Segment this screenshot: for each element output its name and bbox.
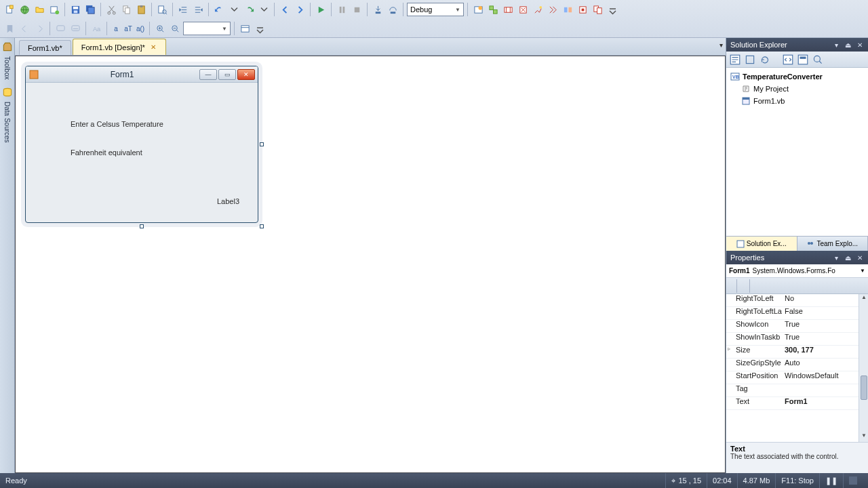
prev-bookmark-icon[interactable] <box>18 22 31 35</box>
layout-icon[interactable] <box>238 22 252 35</box>
properties-icon[interactable] <box>729 54 741 66</box>
status-stop-icon[interactable] <box>843 473 863 488</box>
tool-icon-2[interactable] <box>486 3 500 16</box>
text-paren-icon[interactable]: a() <box>135 22 146 35</box>
show-all-icon[interactable] <box>744 54 756 66</box>
datasources-tab-icon[interactable] <box>1 86 14 98</box>
properties-grid[interactable]: RightToLeftNo RightToLeftLaFalse ShowIco… <box>726 294 859 442</box>
scroll-down-icon[interactable]: ▼ <box>859 432 868 442</box>
refresh-icon[interactable] <box>759 54 771 66</box>
chevron-down-icon: ▼ <box>860 268 865 274</box>
zoom-out-icon[interactable] <box>168 22 182 35</box>
search-combo[interactable]: ▼ <box>183 22 231 35</box>
status-pause-icon[interactable]: ❚❚ <box>819 473 843 488</box>
tool-icon-1[interactable] <box>471 3 485 16</box>
tree-item-myproject[interactable]: My Project <box>726 83 868 95</box>
toolbar-overflow-icon[interactable] <box>606 3 619 16</box>
scroll-up-icon[interactable]: ▲ <box>859 294 868 304</box>
next-bookmark-icon[interactable] <box>33 22 46 35</box>
datasources-tab[interactable]: Data Sources <box>3 102 11 143</box>
resize-handle-e[interactable] <box>260 142 264 146</box>
properties-object-selector[interactable]: Form1 System.Windows.Forms.Fo ▼ <box>726 264 868 278</box>
design-surface[interactable]: Form1 — ▭ ✕ Enter a Celsus Temperature F… <box>16 56 725 472</box>
solution-icon <box>736 240 745 248</box>
text-a-icon[interactable]: a <box>111 22 121 35</box>
label-fahrenheit[interactable]: Fahrenheit equivalent <box>71 148 142 157</box>
designer-form[interactable]: Form1 — ▭ ✕ Enter a Celsus Temperature F… <box>25 66 258 223</box>
step-into-icon[interactable] <box>371 3 384 16</box>
properties-scrollbar[interactable]: ▲ ▼ <box>859 294 868 442</box>
view-code-icon[interactable] <box>782 54 794 66</box>
uncomment-icon[interactable] <box>68 22 82 35</box>
step-over-icon[interactable] <box>386 3 399 16</box>
close-tab-icon[interactable]: ✕ <box>149 43 157 52</box>
find-in-file-icon[interactable] <box>155 3 169 16</box>
tool-icon-9[interactable] <box>591 3 604 16</box>
bookmark-icon[interactable] <box>3 22 16 35</box>
window-position-icon[interactable]: ▾ <box>832 41 841 49</box>
tool-icon-7[interactable] <box>561 3 574 16</box>
minimize-button[interactable]: — <box>199 69 217 80</box>
nav-fwd-icon[interactable] <box>293 3 307 16</box>
undo-dropdown-icon[interactable] <box>227 3 241 16</box>
tool-icon-8[interactable] <box>576 3 589 16</box>
tab-form1-code[interactable]: Form1.vb* <box>19 40 71 55</box>
indent-icon[interactable] <box>191 3 205 16</box>
project-name: TemperatureConverter <box>743 73 823 81</box>
pause-icon[interactable] <box>335 3 349 16</box>
stop-icon[interactable] <box>350 3 363 16</box>
tab-overflow-icon[interactable]: ▾ <box>719 41 723 49</box>
text-aT-icon[interactable]: aT <box>123 22 134 35</box>
cut-icon[interactable] <box>104 3 118 16</box>
tool-icon-3[interactable] <box>501 3 515 16</box>
new-item-icon[interactable] <box>3 3 16 16</box>
tab-form1-design[interactable]: Form1.vb [Design]*✕ <box>73 39 166 55</box>
outdent-icon[interactable] <box>176 3 190 16</box>
comment-icon[interactable] <box>54 22 67 35</box>
resize-handle-s[interactable] <box>140 224 144 228</box>
toolbox-tab[interactable]: Toolbox <box>3 56 11 79</box>
label-3[interactable]: Label3 <box>217 197 239 205</box>
save-icon[interactable] <box>68 3 82 16</box>
toolbox-tab-icon[interactable] <box>1 41 14 53</box>
solution-tree[interactable]: VB TemperatureConverter My Project Form1… <box>726 68 868 236</box>
redo-icon[interactable] <box>242 3 256 16</box>
pin-icon[interactable]: ⏏ <box>844 41 852 49</box>
project-node[interactable]: VB TemperatureConverter <box>726 70 868 83</box>
config-select[interactable]: Debug▼ <box>407 3 464 16</box>
paste-icon[interactable] <box>134 3 148 16</box>
nav-back-icon[interactable] <box>278 3 292 16</box>
close-panel-icon[interactable]: ✕ <box>855 41 864 49</box>
tool-icon-4[interactable] <box>516 3 530 16</box>
view-class-icon[interactable] <box>812 54 824 66</box>
tab-team-explorer[interactable]: Team Explo... <box>797 237 869 251</box>
add-project-icon[interactable] <box>47 3 61 16</box>
save-all-icon[interactable] <box>83 3 97 16</box>
svg-point-29 <box>539 5 542 8</box>
redo-dropdown-icon[interactable] <box>257 3 271 16</box>
tree-item-form1[interactable]: Form1.vb <box>726 95 868 107</box>
tab-solution-explorer[interactable]: Solution Ex... <box>726 237 797 251</box>
globe-icon[interactable] <box>18 3 31 16</box>
tool-icon-5[interactable] <box>531 3 545 16</box>
close-panel-icon[interactable]: ✕ <box>855 253 864 262</box>
scroll-thumb[interactable] <box>861 375 867 400</box>
view-designer-icon[interactable] <box>797 54 809 66</box>
toggle-case-icon[interactable]: Aa <box>90 22 103 35</box>
zoom-in-icon[interactable] <box>153 22 167 35</box>
start-debug-icon[interactable] <box>314 3 328 16</box>
description-text: The text associated with the control. <box>730 453 864 460</box>
tree-item-label: My Project <box>753 85 789 93</box>
open-folder-icon[interactable] <box>33 3 46 16</box>
window-position-icon[interactable]: ▾ <box>832 253 841 262</box>
label-celsius[interactable]: Enter a Celsus Temperature <box>71 120 163 128</box>
undo-icon[interactable] <box>212 3 226 16</box>
tool-icon-6[interactable] <box>546 3 559 16</box>
pin-icon[interactable]: ⏏ <box>844 253 852 262</box>
copy-icon[interactable] <box>119 3 133 16</box>
form-client-area[interactable]: Enter a Celsus Temperature Fahrenheit eq… <box>26 83 258 96</box>
toolbar2-overflow-icon[interactable] <box>253 22 267 35</box>
maximize-button[interactable]: ▭ <box>218 69 236 80</box>
resize-handle-se[interactable] <box>260 224 264 228</box>
close-button[interactable]: ✕ <box>237 69 255 80</box>
